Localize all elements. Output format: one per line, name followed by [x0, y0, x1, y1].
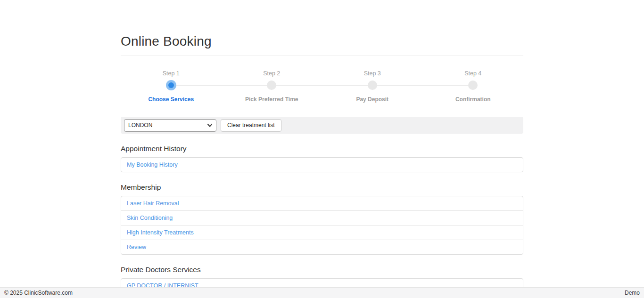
list-item-laser-hair-removal[interactable]: Laser Hair Removal [121, 196, 523, 210]
title-divider [121, 56, 523, 56]
location-select-wrap: LONDON [124, 119, 216, 132]
step-4-dot-cell [423, 80, 524, 90]
step-label-pick-preferred-time: Pick Preferred Time [222, 96, 322, 103]
booking-stepper: Step 1 Step 2 Step 3 Step 4 [121, 70, 523, 103]
list-item-skin-conditioning[interactable]: Skin Conditioning [121, 210, 523, 225]
footer-demo-label: Demo [625, 290, 640, 296]
step-numbers-row: Step 1 Step 2 Step 3 Step 4 [121, 70, 523, 77]
step-1-dot-inner [168, 82, 174, 88]
section-heading-private-doctors-services: Private Doctors Services [121, 266, 523, 274]
page-title: Online Booking [121, 34, 523, 49]
footer-copyright: © 2025 ClinicSoftware.com [4, 290, 73, 296]
step-2-dot [267, 81, 276, 90]
step-2-number: Step 2 [222, 70, 322, 77]
step-1-dot-active [166, 80, 176, 90]
section-heading-membership: Membership [121, 183, 523, 192]
step-label-confirmation: Confirmation [423, 96, 524, 103]
list-item-review[interactable]: Review [121, 240, 523, 254]
step-label-pay-deposit: Pay Deposit [322, 96, 423, 103]
section-appointment-history: Appointment History My Booking History [121, 145, 523, 172]
step-3-dot [368, 81, 377, 90]
appointment-history-list: My Booking History [121, 157, 523, 172]
location-toolbar: LONDON Clear treatment list [121, 117, 523, 134]
list-item-my-booking-history[interactable]: My Booking History [121, 158, 523, 172]
membership-list: Laser Hair Removal Skin Conditioning Hig… [121, 196, 523, 255]
location-select[interactable]: LONDON [124, 119, 216, 132]
step-1-dot-cell [121, 80, 222, 90]
step-4-number: Step 4 [423, 70, 524, 77]
step-3-number: Step 3 [322, 70, 423, 77]
step-1-number: Step 1 [121, 70, 222, 77]
list-item-high-intensity-treatments[interactable]: High Intensity Treatments [121, 225, 523, 240]
step-2-dot-cell [222, 80, 322, 90]
step-labels-row: Choose Services Pick Preferred Time Pay … [121, 96, 523, 103]
clear-treatment-list-button[interactable]: Clear treatment list [221, 119, 281, 132]
step-label-choose-services: Choose Services [121, 96, 222, 103]
footer-bar: © 2025 ClinicSoftware.com Demo [0, 287, 644, 298]
step-4-dot [468, 81, 478, 90]
step-3-dot-cell [322, 80, 423, 90]
booking-page: Online Booking Step 1 Step 2 Step 3 Step… [121, 34, 523, 293]
section-heading-appointment-history: Appointment History [121, 145, 523, 153]
step-dots-row [121, 80, 523, 90]
section-membership: Membership Laser Hair Removal Skin Condi… [121, 183, 523, 255]
